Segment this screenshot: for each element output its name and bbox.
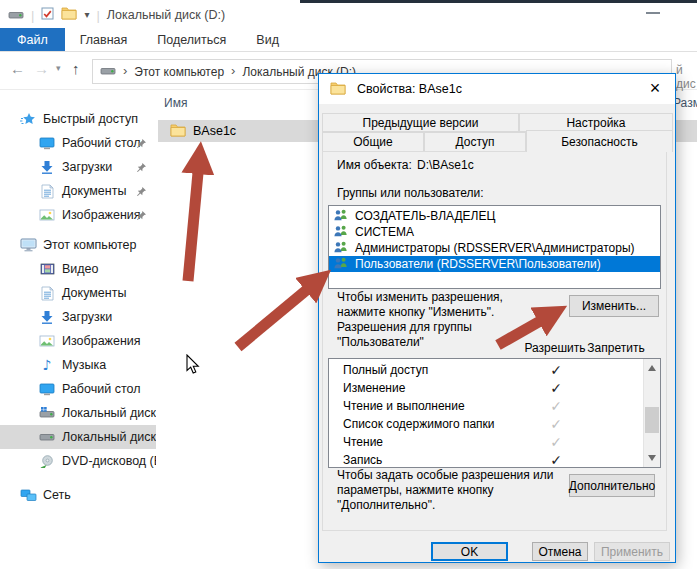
new-folder-icon[interactable] bbox=[61, 6, 77, 24]
quick-access-star-icon bbox=[18, 112, 38, 126]
permission-row[interactable]: Полный доступ ✓ bbox=[329, 361, 660, 379]
dialog-title: Свойства: BAse1c bbox=[357, 82, 462, 96]
downloads-icon bbox=[37, 310, 57, 324]
allow-checkmark-icon: ✓ bbox=[541, 433, 571, 451]
sidebar-item-document[interactable]: Документы bbox=[0, 281, 156, 305]
permissions-label-line2: "Пользователи" bbox=[337, 335, 424, 349]
allow-checkmark-icon: ✓ bbox=[541, 415, 571, 433]
breadcrumb-item[interactable]: ›Этот компьютер bbox=[123, 65, 224, 79]
sidebar-item-computer[interactable]: Этот компьютер bbox=[0, 233, 156, 257]
cancel-button[interactable]: Отмена bbox=[532, 542, 588, 561]
minimize-icon[interactable] bbox=[646, 12, 660, 14]
divider: | bbox=[31, 8, 34, 23]
chevron-right-icon: › bbox=[231, 63, 235, 78]
change-hint-line2: нажмите кнопку "Изменить". bbox=[337, 305, 494, 319]
ribbon-tab[interactable]: Поделиться bbox=[142, 28, 241, 51]
sidebar-item-network[interactable]: Сеть bbox=[0, 483, 156, 507]
groups-label: Группы или пользователи: bbox=[337, 186, 484, 200]
pin-icon bbox=[136, 162, 147, 176]
sidebar-item-drive-windows[interactable]: Локальный диск (C bbox=[0, 401, 156, 425]
sidebar-item-drive[interactable]: Локальный диск (D bbox=[0, 425, 156, 449]
ok-button[interactable]: OK bbox=[431, 542, 508, 561]
chevron-right-icon: › bbox=[123, 63, 127, 78]
permissions-listbox[interactable]: Полный доступ ✓ Изменение ✓ Чтение и вып… bbox=[328, 358, 661, 468]
edit-permissions-button[interactable]: Изменить... bbox=[569, 295, 659, 317]
window-title: Локальный диск (D:) bbox=[107, 8, 225, 22]
permission-row[interactable]: Чтение ✓ bbox=[329, 433, 660, 451]
file-name: BAse1c bbox=[193, 124, 236, 138]
arrow-to-users-group bbox=[238, 283, 315, 347]
forward-icon[interactable]: → bbox=[34, 61, 49, 76]
drive-icon bbox=[37, 432, 57, 442]
allow-checkmark-icon: ✓ bbox=[541, 379, 571, 397]
users-icon bbox=[333, 225, 349, 240]
dvd-drive-icon bbox=[37, 455, 57, 468]
permission-row[interactable]: Чтение и выполнение ✓ bbox=[329, 397, 660, 415]
advanced-button[interactable]: Дополнительно bbox=[569, 474, 655, 497]
search-input[interactable]: й дис bbox=[676, 63, 697, 91]
sidebar-item-pictures[interactable]: Изображения bbox=[0, 329, 156, 353]
close-icon[interactable]: × bbox=[644, 77, 666, 99]
drive-windows-icon bbox=[37, 407, 57, 419]
pin-icon bbox=[136, 138, 147, 152]
users-icon bbox=[333, 209, 349, 224]
document-icon bbox=[37, 286, 57, 301]
dialog-tab[interactable]: Доступ bbox=[424, 132, 526, 152]
users-icon bbox=[333, 257, 349, 272]
chevron-down-icon[interactable]: ▾ bbox=[84, 10, 89, 20]
sidebar-item-document[interactable]: Документы bbox=[0, 179, 156, 203]
sidebar-item-downloads[interactable]: Загрузки bbox=[0, 155, 156, 179]
up-icon[interactable]: ↑ bbox=[72, 61, 80, 76]
properties-check-icon[interactable] bbox=[41, 6, 54, 24]
advanced-hint-line1: Чтобы задать особые разрешения или bbox=[337, 468, 553, 482]
sidebar-item-desktop[interactable]: Рабочий стол bbox=[0, 377, 156, 401]
permission-row[interactable]: Список содержимого папки ✓ bbox=[329, 415, 660, 433]
sidebar-item-dvd-drive[interactable]: DVD-дисковод (E:) bbox=[0, 449, 156, 473]
computer-icon bbox=[18, 238, 38, 252]
allow-checkmark-icon: ✓ bbox=[541, 361, 571, 379]
pin-icon bbox=[136, 186, 147, 200]
column-header-name[interactable]: Имя bbox=[164, 96, 187, 110]
allow-checkmark-icon: ✓ bbox=[541, 451, 571, 468]
folder-icon bbox=[170, 123, 186, 140]
explorer-window: | ▾ | Локальный диск (D:) ФайлГлавнаяПод… bbox=[0, 0, 697, 569]
pictures-icon bbox=[37, 209, 57, 221]
sidebar-item-pictures[interactable]: Изображения bbox=[0, 203, 156, 227]
quick-access-toolbar: | ▾ | Локальный диск (D:) bbox=[8, 5, 225, 25]
ribbon-tab[interactable]: Файл bbox=[0, 28, 65, 51]
ribbon-tab[interactable]: Вид bbox=[241, 28, 294, 51]
dialog-tab[interactable]: Общие bbox=[322, 132, 424, 152]
group-list-item[interactable]: СОЗДАТЕЛЬ-ВЛАДЕЛЕЦ bbox=[329, 208, 660, 224]
downloads-icon bbox=[37, 160, 57, 174]
mouse-cursor bbox=[186, 354, 201, 375]
sidebar-item-downloads[interactable]: Загрузки bbox=[0, 305, 156, 329]
history-chevron-icon[interactable]: ▾ bbox=[56, 64, 61, 73]
dialog-titlebar[interactable]: Свойства: BAse1c × bbox=[319, 74, 675, 104]
group-list-item[interactable]: СИСТЕМА bbox=[329, 224, 660, 240]
sidebar-item-music[interactable]: ♪ Музыка bbox=[0, 353, 156, 377]
permissions-label-line1: Разрешения для группы bbox=[337, 320, 472, 334]
groups-listbox[interactable]: СОЗДАТЕЛЬ-ВЛАДЕЛЕЦ СИСТЕМА Администратор… bbox=[328, 205, 661, 289]
properties-dialog: Свойства: BAse1c × Предыдущие версииНаст… bbox=[318, 73, 676, 563]
back-icon[interactable]: ← bbox=[10, 61, 25, 76]
allow-checkmark-icon: ✓ bbox=[541, 397, 571, 415]
ribbon-tabbar: ФайлГлавнаяПоделитьсяВид bbox=[0, 28, 697, 52]
sidebar-item-video[interactable]: Видео bbox=[0, 257, 156, 281]
security-tab-page: Имя объекта: D:\BAse1c Группы или пользо… bbox=[322, 151, 667, 531]
folder-icon bbox=[330, 81, 346, 98]
dialog-tab[interactable]: Предыдущие версии bbox=[322, 113, 519, 132]
deny-column-header: Запретить bbox=[587, 341, 644, 355]
sidebar-item-quick-access-star[interactable]: Быстрый доступ bbox=[0, 107, 156, 131]
permission-row[interactable]: Изменение ✓ bbox=[329, 379, 660, 397]
apply-button[interactable]: Применить bbox=[594, 542, 670, 561]
group-list-item[interactable]: Пользователи (RDSSERVER\Пользователи) bbox=[329, 256, 660, 272]
permission-row[interactable]: Запись ✓ bbox=[329, 451, 660, 468]
drive-icon bbox=[100, 65, 116, 79]
pictures-icon bbox=[37, 335, 57, 347]
ribbon-tab[interactable]: Главная bbox=[65, 28, 143, 51]
sidebar-item-desktop[interactable]: Рабочий стол bbox=[0, 131, 156, 155]
background-window-strip bbox=[300, 0, 697, 3]
dialog-tab-active[interactable]: Безопасность bbox=[526, 130, 673, 152]
column-header-size[interactable]: Разм bbox=[673, 96, 697, 110]
group-list-item[interactable]: Администраторы (RDSSERVER\Администраторы… bbox=[329, 240, 660, 256]
